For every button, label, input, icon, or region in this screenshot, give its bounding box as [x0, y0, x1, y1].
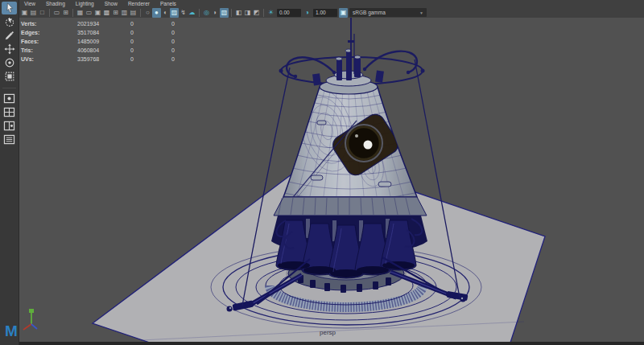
hud-col3: 0 [171, 37, 204, 46]
layout-shortcuts [2, 92, 17, 146]
lasso-select-tool-button[interactable] [2, 15, 17, 28]
hud-label: UVs: [21, 55, 77, 64]
toolbar-separator [263, 9, 264, 17]
menu-panels[interactable]: Panels [160, 0, 176, 7]
gamma-field[interactable]: 1.00 [313, 9, 337, 17]
menu-shading[interactable]: Shading [46, 0, 65, 7]
outliner-layout-button[interactable] [2, 133, 17, 146]
exposure-icon[interactable]: ☀ [266, 8, 275, 18]
menu-view[interactable]: View [24, 0, 35, 7]
grid-icon[interactable]: ▦ [76, 8, 85, 18]
shadows-icon[interactable]: ☁ [188, 8, 196, 18]
toolbar-separator [140, 9, 141, 17]
rotate-tool-button[interactable] [2, 56, 17, 69]
film-gate-icon[interactable]: ▭ [85, 8, 93, 18]
hud-row: Verts:202193400 [21, 19, 204, 28]
maya-window: ViewShadingLightingShowRendererPanels ▣▤… [0, 0, 644, 345]
hud-total: 3359768 [77, 55, 130, 64]
tool-box-tools [2, 2, 17, 84]
image-plane-icon[interactable]: ▭ [52, 8, 61, 18]
hud-col2: 0 [130, 46, 171, 55]
hud-label: Tris: [21, 46, 77, 55]
four-pane-layout-button[interactable] [2, 105, 17, 118]
single-pane-layout-button[interactable] [2, 92, 17, 105]
hud-col3: 0 [171, 55, 204, 64]
camera-label: persp [303, 329, 352, 336]
hud-col2: 0 [130, 19, 171, 28]
hud-col2: 0 [130, 28, 171, 37]
maya-logo: M [5, 323, 17, 339]
scale-tool-button[interactable] [2, 70, 17, 83]
color-management-icon[interactable]: ▣ [339, 8, 348, 18]
engine-skirt [274, 197, 427, 216]
menu-lighting[interactable]: Lighting [76, 0, 94, 7]
panel-toolbar: ▣▤□▭⊞▦▭▣▩⊞▥▤○●◐▨↯☁◎◗▧◧◨◩☀0.00◑1.00▣sRGB … [19, 7, 644, 18]
hud-total: 2021934 [77, 19, 130, 28]
menu-renderer[interactable]: Renderer [128, 0, 150, 7]
view-transform-dropdown[interactable]: sRGB gamma▼ [349, 8, 427, 17]
default-material-icon[interactable]: ◐ [161, 8, 170, 18]
paint-select-tool-button[interactable] [2, 29, 17, 42]
hud-row: Tris:406080400 [21, 46, 204, 55]
motion-blur-icon[interactable]: ◗ [211, 8, 220, 18]
wireframe-icon[interactable]: ○ [143, 8, 152, 18]
field-chart-icon[interactable]: ⊞ [111, 8, 120, 18]
hud-row: Faces:148500900 [21, 37, 204, 46]
toolbar-separator [72, 9, 73, 17]
occlusion-icon[interactable]: ◎ [202, 8, 211, 18]
capsule-body [283, 84, 417, 203]
use-all-lights-icon[interactable]: ↯ [179, 8, 188, 18]
poly-count-hud: Verts:202193400Edges:351708400Faces:1485… [21, 19, 204, 64]
smooth-shade-icon[interactable]: ● [152, 8, 161, 18]
hud-col3: 0 [171, 28, 204, 37]
lock-camera-icon[interactable]: ▣ [20, 8, 29, 18]
menu-show[interactable]: Show [105, 0, 118, 7]
hud-col3: 0 [171, 19, 204, 28]
isolate-select-icon[interactable]: ◧ [234, 8, 243, 18]
axis-gizmo [23, 309, 37, 330]
resolution-gate-icon[interactable]: ▣ [93, 8, 102, 18]
hud-col3: 0 [171, 46, 204, 55]
x-ray-icon[interactable]: ◨ [243, 8, 252, 18]
hud-row: Edges:351708400 [21, 28, 204, 37]
hud-total: 1485009 [77, 37, 130, 46]
hud-col2: 0 [130, 55, 171, 64]
hud-total: 4060804 [77, 46, 130, 55]
toolbox-separator [2, 88, 16, 88]
safe-action-icon[interactable]: ▥ [120, 8, 129, 18]
panel-header: ViewShadingLightingShowRendererPanels ▣▤… [19, 0, 644, 18]
menu-bar: ViewShadingLightingShowRendererPanels [19, 0, 644, 7]
top-assembly [279, 18, 425, 94]
viewport-bottom-band [19, 342, 644, 345]
hud-row: UVs:335976800 [21, 55, 204, 64]
two-pane-layout-button[interactable] [2, 119, 17, 132]
caret-down-icon: ▼ [419, 10, 423, 15]
gamma-icon[interactable]: ◑ [303, 8, 312, 18]
exposure-field[interactable]: 0.00 [277, 9, 301, 17]
select-tool-button[interactable] [2, 2, 17, 14]
view-transform-value: sRGB gamma [353, 10, 386, 15]
toolbar-separator [231, 9, 232, 17]
hud-label: Faces: [21, 37, 77, 46]
anti-alias-icon[interactable]: ▧ [220, 8, 229, 18]
viewport[interactable]: Verts:202193400Edges:351708400Faces:1485… [19, 18, 644, 345]
bookmarks-icon[interactable]: □ [38, 8, 47, 18]
hud-col2: 0 [130, 37, 171, 46]
safe-title-icon[interactable]: ▤ [129, 8, 138, 18]
scene-3d[interactable] [19, 18, 644, 345]
hud-label: Verts: [21, 19, 77, 28]
tool-box [0, 0, 19, 345]
textured-icon[interactable]: ▨ [170, 8, 179, 18]
hud-label: Edges: [21, 28, 77, 37]
move-tool-button[interactable] [2, 43, 17, 55]
toolbar-separator [199, 9, 200, 17]
hud-total: 3517084 [77, 28, 130, 37]
camera-attributes-icon[interactable]: ▤ [29, 8, 38, 18]
top-machinery [312, 49, 384, 85]
pan-zoom-icon[interactable]: ⊞ [61, 8, 70, 18]
toolbar-separator [49, 9, 50, 17]
joint-x-ray-icon[interactable]: ◩ [252, 8, 261, 18]
porthole-window [345, 125, 382, 162]
gate-mask-icon[interactable]: ▩ [102, 8, 111, 18]
